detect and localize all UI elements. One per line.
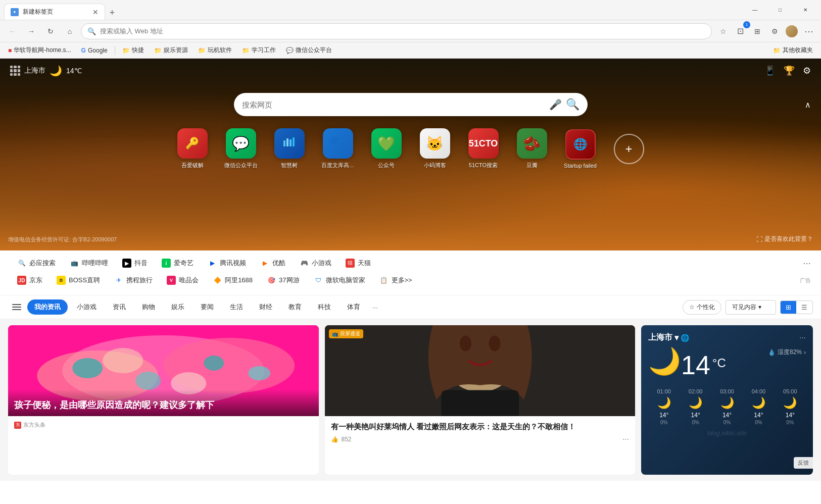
city-name: 上海市 bbox=[24, 66, 45, 75]
feed-tab-games[interactable]: 小游戏 bbox=[70, 299, 104, 315]
personalize-button[interactable]: ☆ 个性化 bbox=[683, 300, 721, 315]
app-name-51cto: 51CTO搜索 bbox=[469, 162, 498, 169]
ql-iqiyi[interactable]: i 爱奇艺 bbox=[155, 256, 201, 271]
hamburger-menu[interactable] bbox=[8, 300, 25, 314]
app-item-gongzhonghao[interactable]: 💚 公众号 bbox=[366, 128, 407, 169]
app-item-zhihui[interactable]: 智慧树 bbox=[269, 128, 310, 169]
app-name-baidu-wenku: 百度文库高... bbox=[321, 162, 354, 169]
ql-tencent-video[interactable]: ▶ 腾讯视频 bbox=[201, 256, 253, 271]
ql-youku[interactable]: ▶ 优酷 bbox=[253, 256, 293, 271]
bookmark-kuaijie[interactable]: 📁 快捷 bbox=[118, 45, 148, 56]
personalize-label: 个性化 bbox=[697, 303, 715, 312]
weather-more-icon[interactable]: ⋯ bbox=[799, 334, 806, 341]
search-box[interactable]: 🎤 🔍 bbox=[234, 93, 588, 116]
close-button[interactable]: ✕ bbox=[794, 2, 817, 18]
maximize-button[interactable]: □ bbox=[768, 2, 792, 18]
app-item-douban[interactable]: 🫘 豆瓣 bbox=[512, 128, 552, 169]
app-item-51cto[interactable]: 51CTO 51CTO搜索 bbox=[463, 128, 504, 169]
profile-avatar[interactable] bbox=[784, 23, 800, 39]
app-add-button[interactable]: + bbox=[609, 134, 649, 164]
mobile-icon[interactable]: 📱 bbox=[764, 65, 776, 76]
forward-button[interactable]: → bbox=[23, 23, 39, 39]
grid-view-button[interactable]: ⊞ bbox=[781, 301, 796, 314]
collapse-button[interactable]: ∧ bbox=[805, 100, 811, 110]
minimize-button[interactable]: — bbox=[743, 2, 766, 18]
ql-jd[interactable]: JD 京东 bbox=[10, 273, 50, 288]
ad-label: 广告 bbox=[800, 277, 811, 284]
ql-bilibili[interactable]: 📺 哔哩哔哩 bbox=[63, 256, 115, 271]
list-view-button[interactable]: ☰ bbox=[796, 301, 812, 314]
feed-tab-finance[interactable]: 财经 bbox=[252, 299, 279, 315]
app-item-wechat-mp[interactable]: 💬 微信公众平台 bbox=[221, 128, 261, 169]
feed-tab-shopping[interactable]: 购物 bbox=[135, 299, 162, 315]
ql-douyin[interactable]: ▶ 抖音 bbox=[115, 256, 155, 271]
feed-tab-sports[interactable]: 体育 bbox=[340, 299, 367, 315]
ql-label-tencent: 腾讯视频 bbox=[220, 259, 246, 268]
new-tab-button[interactable]: + bbox=[105, 6, 119, 20]
microphone-icon[interactable]: 🎤 bbox=[549, 98, 562, 111]
ql-label-37wan: 37网游 bbox=[279, 276, 299, 285]
feed-tabs-more[interactable]: ··· bbox=[369, 300, 381, 314]
bookmark-wechat[interactable]: 💬 微信公众平台 bbox=[282, 45, 336, 56]
ql-ali1688[interactable]: 🔶 阿里1688 bbox=[206, 273, 260, 288]
address-input[interactable] bbox=[100, 27, 705, 35]
ql-boss[interactable]: B BOSS直聘 bbox=[50, 273, 107, 288]
app-item-xiaomabot[interactable]: 🐱 小码博客 bbox=[415, 128, 455, 169]
more-button-row1[interactable]: ⋯ bbox=[803, 259, 811, 268]
ql-xiaoyouxi[interactable]: 🎮 小游戏 bbox=[293, 256, 339, 271]
settings-hero-icon[interactable]: ⚙ bbox=[803, 65, 811, 76]
back-button[interactable]: ← bbox=[4, 23, 20, 39]
feedback-button[interactable]: 反馈 bbox=[794, 457, 813, 469]
feed-tab-education[interactable]: 教育 bbox=[281, 299, 309, 315]
ql-pc-mgr[interactable]: 🛡 微软电脑管家 bbox=[307, 273, 372, 288]
app-item-baidu-wenku[interactable]: 🐾 百度文库高... bbox=[318, 128, 358, 169]
profile-button[interactable]: ⊡ 1 bbox=[732, 23, 748, 39]
feed-tab-headlines[interactable]: 要闻 bbox=[194, 299, 221, 315]
ql-more[interactable]: 📋 更多>> bbox=[372, 273, 419, 288]
app-icon-baidu-wenku: 🐾 bbox=[323, 128, 353, 159]
app-item-wuling[interactable]: 🔑 吾爱破解 bbox=[172, 128, 213, 169]
feed-tab-my-news[interactable]: 我的资讯 bbox=[27, 299, 68, 315]
bookmark-yule[interactable]: 📁 娱乐资源 bbox=[150, 45, 192, 56]
ql-label-bilibili: 哔哩哔哩 bbox=[82, 259, 108, 268]
grid-menu-icon[interactable] bbox=[10, 66, 20, 76]
trophy-icon[interactable]: 🏆 bbox=[784, 65, 795, 76]
ql-vipshop[interactable]: V 唯品会 bbox=[160, 273, 206, 288]
home-button[interactable]: ⌂ bbox=[62, 23, 78, 39]
feed-tab-entertainment[interactable]: 娱乐 bbox=[164, 299, 191, 315]
bg-question-button[interactable]: ⛶ 是否喜欢此背景？ bbox=[756, 235, 813, 243]
weather-icon-hero: 🌙 bbox=[50, 65, 62, 77]
ql-biyingsousuo[interactable]: 🔍 必应搜索 bbox=[10, 256, 63, 271]
reload-button[interactable]: ↻ bbox=[42, 23, 59, 39]
hour-precip: 0% bbox=[648, 420, 680, 425]
feed-tab-tech[interactable]: 科技 bbox=[311, 299, 338, 315]
active-tab[interactable]: ✦ 新建标签页 ✕ bbox=[4, 4, 105, 20]
ql-37wan[interactable]: 🎯 37网游 bbox=[260, 273, 306, 288]
address-bar[interactable]: 🔍 bbox=[81, 23, 712, 39]
news-card-more-2[interactable]: ··· bbox=[622, 435, 629, 444]
tab-sync-button[interactable]: ⊞ bbox=[749, 23, 765, 39]
menu-button[interactable]: ⋯ bbox=[801, 23, 817, 39]
feed-tab-news[interactable]: 资讯 bbox=[106, 299, 133, 315]
humidity-display: 💧 湿度82% › bbox=[768, 348, 806, 357]
ql-tianmao[interactable]: 猫 天猫 bbox=[339, 256, 378, 271]
bookmark-xuexi[interactable]: 📁 学习工作 bbox=[238, 45, 280, 56]
tab-close-button[interactable]: ✕ bbox=[92, 8, 99, 16]
hour-time: 04:00 bbox=[743, 388, 774, 394]
ql-ctrip[interactable]: ✈ 携程旅行 bbox=[107, 273, 160, 288]
visible-content-button[interactable]: 可见内容 ▾ bbox=[726, 300, 776, 315]
search-submit-icon[interactable]: 🔍 bbox=[566, 98, 579, 111]
bookmark-google[interactable]: G Google bbox=[77, 46, 112, 55]
bookmark-huaruan[interactable]: ■ 华软导航网-home.s... bbox=[4, 45, 75, 56]
news-card-1[interactable]: 孩子便秘，是由哪些原因造成的呢？建议多了解下 东 东方头条 bbox=[8, 325, 319, 475]
star-button[interactable]: ☆ bbox=[715, 23, 731, 39]
search-input[interactable] bbox=[242, 100, 549, 109]
tab-area: ✦ 新建标签页 ✕ + bbox=[4, 0, 739, 20]
other-bookmarks[interactable]: 📁 其他收藏夹 bbox=[769, 45, 817, 56]
app-item-startup-failed[interactable]: 🌐 Startup failed bbox=[560, 129, 601, 169]
news-card-2[interactable]: 📺 荧屏通道 有一种美艳叫好莱坞情人 看过嫩照后网友表示：这是天生的？不敢相信！… bbox=[325, 325, 636, 475]
settings-button[interactable]: ⚙ bbox=[766, 23, 783, 39]
bookmark-wanma[interactable]: 📁 玩机软件 bbox=[194, 45, 236, 56]
ql-label-boss: BOSS直聘 bbox=[69, 276, 100, 285]
feed-tab-life[interactable]: 生活 bbox=[223, 299, 250, 315]
